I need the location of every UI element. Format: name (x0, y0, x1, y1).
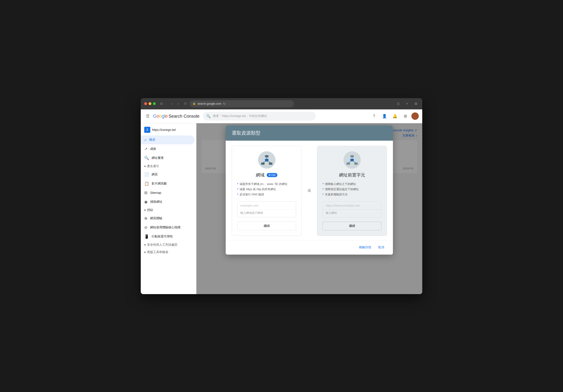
dialog-overlay: 選取資源類型 (196, 123, 422, 294)
url-prefix-continue-button[interactable]: 繼續 (322, 222, 381, 230)
sidebar-item-sitemap[interactable]: ⊞ Sitemap (141, 188, 195, 197)
sidebar-item-web-vitals[interactable]: ⊕ 網頁體驗 (141, 214, 195, 223)
sidebar-item-mobile[interactable]: 📱 行動裝置可用性 (141, 232, 195, 241)
sidebar-item-remove-url[interactable]: ◉ 移除網址 (141, 197, 195, 207)
address-text: search.google.com (197, 102, 221, 105)
search-box[interactable]: 🔍 搜查「https://zonego.tw/」中的任何網址 (203, 112, 316, 121)
svg-line-13 (352, 161, 356, 163)
dialog-body: 網域 新功能 涵蓋所有子網域 (m.、www. 等) 的網址 涵蓋 https … (226, 141, 393, 240)
performance-icon: ↗ (144, 147, 147, 151)
app-title: Search Console (168, 114, 199, 119)
sidebar-item-core-vitals[interactable]: ⊘ 網站使用體驗核心指標 (141, 223, 195, 232)
notifications-button[interactable]: 🔔 (391, 112, 399, 121)
new-tab-button[interactable]: + (404, 101, 410, 107)
domain-input[interactable] (237, 202, 296, 209)
section-toggle-leg-icon: ▾ (144, 250, 146, 254)
sidebar-item-pages[interactable]: 📄 網頁 (141, 170, 195, 179)
avatar[interactable] (411, 112, 419, 120)
app-header: ☰ Google Search Console 🔍 搜查「https://zon… (141, 110, 422, 123)
apps-button[interactable]: ⊞ (401, 112, 410, 121)
google-logo: Google (153, 113, 168, 119)
account-switch-button[interactable]: 👤 (380, 112, 389, 121)
svg-line-6 (267, 161, 271, 163)
sidebar-item-label-sitemap: Sitemap (150, 191, 161, 195)
sidebar-item-overview[interactable]: ⌂ 概述 (141, 135, 195, 144)
domain-bullet-3: 必須進行 DNS 驗證 (237, 192, 296, 197)
sidebar-item-label-pages: 網頁 (152, 172, 158, 176)
url-prefix-bullets: 僅限輸入網址之下的網址 僅限指定通訊協定下的網址 支援多種驗證方法 (322, 182, 381, 197)
section-toggle-experience[interactable]: ▾ 體驗 (141, 207, 196, 214)
page-content: Console Insights ↗ 完整報表 › 2023/7/18 20 (196, 123, 422, 294)
app-content: ☰ Google Search Console 🔍 搜查「https://zon… (141, 110, 422, 294)
domain-icon-circle (258, 151, 275, 169)
traffic-lights (144, 102, 156, 105)
main-body: Z https://zonego.tw/ ⌂ 概述 ↗ 成效 🔍 網址審查 ▾ (141, 123, 422, 294)
url-prefix-input[interactable] (323, 202, 381, 209)
maximize-button[interactable] (153, 102, 156, 105)
domain-bullet-1: 涵蓋所有子網域 (m.、www. 等) 的網址 (237, 182, 296, 187)
forward-button[interactable]: › (175, 101, 181, 107)
back-button[interactable]: ‹ (169, 101, 175, 107)
sidebar-item-label-web-vitals: 網頁體驗 (150, 216, 162, 220)
nav-buttons: ‹ › (169, 101, 181, 107)
url-prefix-bullet-3: 支援多種驗證方法 (322, 192, 381, 197)
svg-rect-1 (265, 159, 269, 161)
section-toggle-legacy[interactable]: ▾ 舊版工具和報表 (141, 248, 196, 256)
section-toggle-index[interactable]: ▾ 產生索引 (141, 163, 196, 170)
learn-more-button[interactable]: 瞭解詳情 (357, 244, 374, 251)
share-button[interactable]: ⎙ (395, 101, 401, 107)
svg-rect-7 (350, 155, 354, 157)
domain-bullets: 涵蓋所有子網域 (m.、www. 等) 的網址 涵蓋 https 或 http … (237, 182, 296, 197)
section-toggle-security[interactable]: ▾ 安全性與人工判決處罰 (141, 241, 196, 248)
reload-button[interactable]: ↻ (223, 102, 226, 106)
url-prefix-bullet-2: 僅限指定通訊協定下的網址 (322, 187, 381, 192)
domain-input-area: 輸入網域或子網域 (237, 201, 296, 217)
sidebar-toggle-btn[interactable]: ⊡ (158, 101, 165, 106)
url-prefix-title: 網址前置字元 (339, 172, 365, 178)
cancel-button[interactable]: 取消 (376, 244, 387, 251)
domain-continue-button[interactable]: 繼續 (237, 222, 296, 230)
domain-title: 網域 (256, 172, 265, 178)
sidebar-item-performance[interactable]: ↗ 成效 (141, 144, 195, 153)
sidebar-item-label-remove: 移除網址 (150, 200, 163, 204)
section-title-index: 產生索引 (147, 164, 159, 168)
web-vitals-icon: ⊕ (144, 216, 147, 221)
home-icon: ⌂ (144, 138, 147, 142)
dialog-header: 選取資源類型 (226, 125, 393, 141)
url-prefix-input-area: 輸入網址 (322, 201, 381, 217)
sitemap-icon: ⊞ (144, 190, 147, 195)
search-icon: 🔍 (206, 114, 211, 118)
address-bar[interactable]: 🔒 search.google.com ↻ (190, 100, 294, 107)
help-button[interactable]: ? (370, 112, 378, 121)
dialog-title: 選取資源類型 (232, 130, 387, 136)
minimize-button[interactable] (149, 102, 151, 105)
svg-line-5 (263, 161, 267, 163)
url-prefix-option-card: 網址前置字元 僅限輸入網址之下的網址 僅限指定通訊協定下的網址 支援多種驗證方法 (317, 146, 387, 236)
hamburger-menu-button[interactable]: ☰ (144, 112, 151, 120)
section-toggle-icon: ▾ (144, 165, 146, 168)
domain-option-card: 網域 新功能 涵蓋所有子網域 (m.、www. 等) 的網址 涵蓋 https … (232, 146, 301, 236)
sidebar-item-video-pages[interactable]: 📋 影片網頁數 (141, 179, 195, 188)
domain-input-hint: 輸入網域或子網域 (237, 209, 296, 217)
options-divider: 或 (306, 188, 313, 193)
toolbar-right: ⎙ + ⧉ (395, 101, 419, 107)
section-toggle-exp-icon: ▾ (144, 208, 146, 212)
sidebar-item-url-inspect[interactable]: 🔍 網址審查 (141, 153, 195, 163)
options-row: 網域 新功能 涵蓋所有子網域 (m.、www. 等) 的網址 涵蓋 https … (232, 146, 387, 236)
section-title-legacy: 舊版工具和報表 (147, 250, 168, 254)
tabs-button[interactable]: ⧉ (413, 101, 419, 107)
dialog-footer: 瞭解詳情 取消 (226, 240, 393, 255)
sidebar-item-label-inspect: 網址審查 (152, 156, 164, 160)
svg-rect-9 (346, 163, 350, 165)
svg-rect-8 (350, 159, 354, 161)
url-prefix-network-icon (346, 155, 358, 165)
url-prefix-icon-circle (343, 151, 361, 169)
pages-icon: 📄 (144, 172, 149, 177)
property-selector[interactable]: Z https://zonego.tw/ (141, 125, 196, 135)
sidebar: Z https://zonego.tw/ ⌂ 概述 ↗ 成效 🔍 網址審查 ▾ (141, 123, 196, 294)
domain-title-row: 網域 新功能 (256, 172, 277, 178)
new-badge: 新功能 (267, 173, 277, 177)
section-toggle-sec-icon: ▾ (144, 243, 146, 246)
url-prefix-bullet-1: 僅限輸入網址之下的網址 (322, 182, 381, 187)
close-button[interactable] (144, 102, 147, 105)
